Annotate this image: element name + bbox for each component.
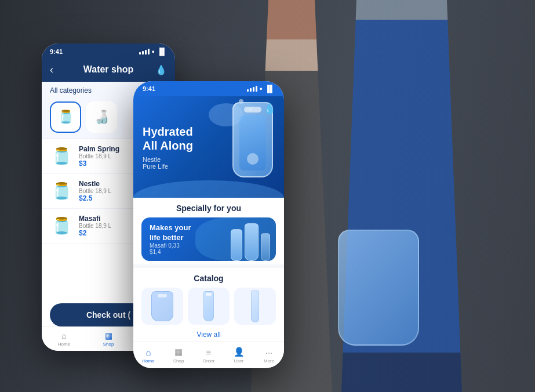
back-button[interactable]: ‹ [50, 64, 53, 76]
home-icon: ⌂ [61, 331, 66, 340]
promo-card[interactable]: Makes your life better Masafi 0,33 $1,4 [141, 217, 276, 261]
catalog-item-bottle[interactable] [188, 288, 230, 325]
product-price: $3 [79, 159, 119, 168]
nav-order-front[interactable]: ≡ Order [194, 342, 224, 368]
promo-text: Makes your life better Masafi 0,33 $1,4 [150, 223, 191, 256]
nav-shop-front-label: Shop [173, 358, 184, 364]
product-info: Palm Spring Bottle 18,9 L $3 [79, 145, 119, 168]
product-name: Masafi [79, 215, 111, 223]
battery-back: ▐▌ [157, 48, 167, 56]
nav-user-front[interactable]: 👤 User [224, 342, 254, 368]
specially-section: Specially for you Makes your life better… [133, 198, 284, 264]
user-icon-front: 👤 [234, 347, 245, 357]
catalog-title: Catalog [141, 274, 276, 283]
product-desc: Bottle 18,9 L [79, 188, 111, 194]
status-bar-back: 9:41 ● ▐▌ [42, 43, 175, 60]
product-info: Masafi Bottle 18,9 L $2 [79, 215, 111, 237]
time-front: 9:41 [143, 85, 155, 92]
product-image: 🫙 [50, 147, 73, 166]
product-image: 🫙 [50, 182, 73, 201]
category-bottle[interactable]: 🍶 [86, 101, 117, 133]
shop-icon-front: ▦ [174, 347, 183, 357]
product-image: 🫙 [50, 216, 73, 235]
hero-text: Hydrated All Along Nestle Pure Life [143, 125, 193, 170]
nav-more-front-label: More [264, 358, 274, 364]
nav-order-front-label: Order [203, 358, 214, 364]
product-price: $2 [79, 229, 111, 237]
home-icon-front: ⌂ [145, 347, 151, 357]
nav-home-front[interactable]: ⌂ Home [133, 342, 163, 368]
time-back: 9:41 [50, 48, 63, 55]
catalog-section: Catalog View all [133, 268, 284, 347]
shop-icon: ▦ [105, 331, 112, 340]
promo-brand: Masafi 0,33 $1,4 [150, 242, 191, 255]
water-drop-icon: 💧 [155, 64, 167, 75]
status-bar-front: 9:41 ● ▐▌ [133, 81, 284, 96]
promo-title: Makes your life better [150, 223, 191, 243]
product-price: $2.5 [79, 194, 111, 202]
battery-front: ▐▌ [265, 85, 275, 93]
product-info: Nestle Bottle 18,9 L $2.5 [79, 180, 111, 202]
nav-home-label: Home [58, 342, 70, 347]
hero-title: Hydrated All Along [143, 125, 193, 153]
catalog-item-jug[interactable] [141, 288, 183, 325]
nav-home-front-label: Home [142, 358, 154, 364]
product-name: Nestle [79, 180, 111, 188]
product-desc: Bottle 18,9 L [79, 223, 111, 229]
phone-front: 9:41 ● ▐▌ Hydrated All Along Nestle Pure… [133, 81, 284, 368]
nav-home[interactable]: ⌂ Home [42, 327, 86, 351]
order-icon-front: ≡ [206, 347, 212, 357]
bottom-nav-front: ⌂ Home ▦ Shop ≡ Order 👤 User ··· More [133, 342, 284, 368]
catalog-item-tall-bottle[interactable] [234, 288, 276, 325]
product-desc: Bottle 18,9 L [79, 153, 119, 159]
page-title: Water shop [83, 64, 134, 75]
product-name: Palm Spring [79, 145, 119, 153]
category-jug[interactable]: 🫙 [50, 101, 81, 133]
hero-banner: Hydrated All Along Nestle Pure Life 💧 [133, 96, 284, 198]
view-all-link[interactable]: View all [141, 328, 276, 341]
nav-more-front[interactable]: ··· More [254, 342, 284, 368]
hero-subtitle: Nestle Pure Life [143, 156, 193, 170]
nav-user-front-label: User [234, 358, 244, 364]
specially-title: Specially for you [141, 204, 276, 213]
hero-water-icon: 💧 [263, 102, 276, 115]
header-back: ‹ Water shop 💧 [42, 60, 175, 82]
nav-shop-label: Shop [103, 342, 114, 347]
catalog-grid [141, 288, 276, 325]
more-icon-front: ··· [265, 347, 273, 357]
nav-shop-front[interactable]: ▦ Shop [163, 342, 194, 368]
nav-shop[interactable]: ▦ Shop [86, 327, 131, 351]
